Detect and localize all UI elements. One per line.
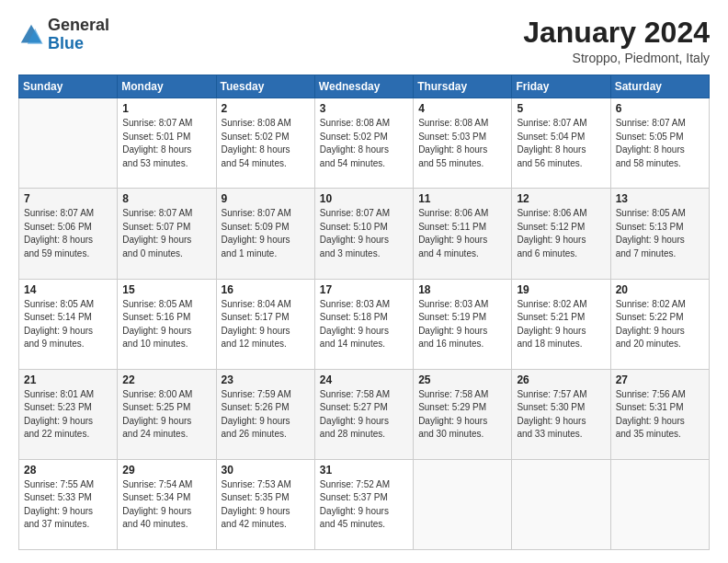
calendar-cell: 29Sunrise: 7:54 AMSunset: 5:34 PMDayligh… — [118, 459, 216, 549]
day-info: Sunrise: 8:05 AMSunset: 5:13 PMDaylight:… — [616, 207, 704, 260]
day-number: 13 — [616, 192, 704, 205]
calendar-cell: 22Sunrise: 8:00 AMSunset: 5:25 PMDayligh… — [118, 369, 216, 459]
day-number: 26 — [517, 373, 605, 386]
calendar-cell: 8Sunrise: 8:07 AMSunset: 5:07 PMDaylight… — [118, 189, 216, 279]
calendar-week-row: 21Sunrise: 8:01 AMSunset: 5:23 PMDayligh… — [19, 369, 710, 459]
day-info: Sunrise: 8:07 AMSunset: 5:05 PMDaylight:… — [616, 117, 704, 170]
calendar-week-row: 1Sunrise: 8:07 AMSunset: 5:01 PMDaylight… — [19, 98, 710, 189]
day-number: 30 — [222, 464, 310, 477]
calendar-cell: 11Sunrise: 8:06 AMSunset: 5:11 PMDayligh… — [414, 189, 512, 279]
day-number: 1 — [122, 102, 210, 115]
day-info: Sunrise: 8:08 AMSunset: 5:02 PMDaylight:… — [222, 117, 310, 170]
weekday-header-wednesday: Wednesday — [314, 75, 413, 98]
calendar-cell — [610, 459, 709, 549]
day-number: 10 — [320, 192, 408, 205]
calendar-cell: 3Sunrise: 8:08 AMSunset: 5:02 PMDaylight… — [314, 98, 413, 189]
day-info: Sunrise: 8:07 AMSunset: 5:07 PMDaylight:… — [122, 207, 210, 260]
calendar-cell: 2Sunrise: 8:08 AMSunset: 5:02 PMDaylight… — [216, 98, 314, 189]
day-number: 27 — [616, 373, 704, 386]
day-number: 4 — [418, 102, 506, 115]
day-number: 29 — [122, 464, 210, 477]
weekday-header-saturday: Saturday — [610, 75, 709, 98]
day-number: 21 — [24, 373, 112, 386]
calendar-cell: 23Sunrise: 7:59 AMSunset: 5:26 PMDayligh… — [216, 369, 314, 459]
day-number: 12 — [517, 192, 605, 205]
day-info: Sunrise: 8:08 AMSunset: 5:02 PMDaylight:… — [320, 117, 408, 170]
day-info: Sunrise: 8:02 AMSunset: 5:21 PMDaylight:… — [517, 298, 605, 351]
calendar-cell: 6Sunrise: 8:07 AMSunset: 5:05 PMDaylight… — [610, 98, 709, 189]
day-number: 31 — [320, 464, 408, 477]
weekday-header-row: SundayMondayTuesdayWednesdayThursdayFrid… — [19, 75, 710, 98]
day-info: Sunrise: 8:01 AMSunset: 5:23 PMDaylight:… — [24, 388, 112, 442]
location: Stroppo, Piedmont, Italy — [523, 51, 710, 65]
header: General Blue January 2024 Stroppo, Piedm… — [18, 17, 710, 65]
calendar-cell: 28Sunrise: 7:55 AMSunset: 5:33 PMDayligh… — [19, 459, 118, 549]
calendar-cell: 12Sunrise: 8:06 AMSunset: 5:12 PMDayligh… — [512, 189, 610, 279]
day-info: Sunrise: 8:05 AMSunset: 5:16 PMDaylight:… — [122, 298, 210, 351]
calendar-cell — [19, 98, 118, 189]
calendar-cell: 24Sunrise: 7:58 AMSunset: 5:27 PMDayligh… — [314, 369, 413, 459]
day-info: Sunrise: 8:07 AMSunset: 5:06 PMDaylight:… — [24, 207, 112, 260]
day-number: 23 — [222, 373, 310, 386]
title-block: January 2024 Stroppo, Piedmont, Italy — [523, 17, 710, 65]
day-info: Sunrise: 8:02 AMSunset: 5:22 PMDaylight:… — [616, 298, 704, 351]
calendar-week-row: 14Sunrise: 8:05 AMSunset: 5:14 PMDayligh… — [19, 279, 710, 369]
logo-icon — [18, 22, 44, 48]
day-info: Sunrise: 8:07 AMSunset: 5:09 PMDaylight:… — [222, 207, 310, 260]
calendar-cell: 5Sunrise: 8:07 AMSunset: 5:04 PMDaylight… — [512, 98, 610, 189]
day-number: 3 — [320, 102, 408, 115]
day-number: 6 — [616, 102, 704, 115]
calendar-cell: 17Sunrise: 8:03 AMSunset: 5:18 PMDayligh… — [314, 279, 413, 369]
weekday-header-friday: Friday — [512, 75, 610, 98]
calendar-table: SundayMondayTuesdayWednesdayThursdayFrid… — [18, 75, 710, 550]
logo-blue-label: Blue — [48, 35, 109, 53]
logo-general-label: General — [48, 17, 109, 35]
day-info: Sunrise: 7:57 AMSunset: 5:30 PMDaylight:… — [517, 388, 605, 442]
day-info: Sunrise: 7:58 AMSunset: 5:29 PMDaylight:… — [418, 388, 506, 442]
day-number: 9 — [222, 192, 310, 205]
day-number: 20 — [616, 283, 704, 296]
day-info: Sunrise: 7:53 AMSunset: 5:35 PMDaylight:… — [222, 478, 310, 532]
calendar-cell: 15Sunrise: 8:05 AMSunset: 5:16 PMDayligh… — [118, 279, 216, 369]
calendar-cell: 26Sunrise: 7:57 AMSunset: 5:30 PMDayligh… — [512, 369, 610, 459]
calendar-header: SundayMondayTuesdayWednesdayThursdayFrid… — [19, 75, 710, 98]
day-number: 7 — [24, 192, 112, 205]
calendar-cell: 4Sunrise: 8:08 AMSunset: 5:03 PMDaylight… — [414, 98, 512, 189]
day-number: 24 — [320, 373, 408, 386]
calendar-cell: 1Sunrise: 8:07 AMSunset: 5:01 PMDaylight… — [118, 98, 216, 189]
calendar-week-row: 28Sunrise: 7:55 AMSunset: 5:33 PMDayligh… — [19, 459, 710, 549]
day-info: Sunrise: 8:06 AMSunset: 5:12 PMDaylight:… — [517, 207, 605, 260]
day-info: Sunrise: 8:00 AMSunset: 5:25 PMDaylight:… — [122, 388, 210, 442]
calendar-cell: 30Sunrise: 7:53 AMSunset: 5:35 PMDayligh… — [216, 459, 314, 549]
logo-text: General Blue — [48, 17, 109, 53]
day-info: Sunrise: 7:54 AMSunset: 5:34 PMDaylight:… — [122, 478, 210, 532]
calendar-cell — [512, 459, 610, 549]
day-number: 19 — [517, 283, 605, 296]
day-number: 14 — [24, 283, 112, 296]
weekday-header-thursday: Thursday — [414, 75, 512, 98]
calendar-cell: 13Sunrise: 8:05 AMSunset: 5:13 PMDayligh… — [610, 189, 709, 279]
day-info: Sunrise: 8:07 AMSunset: 5:10 PMDaylight:… — [320, 207, 408, 260]
weekday-header-sunday: Sunday — [19, 75, 118, 98]
day-info: Sunrise: 7:58 AMSunset: 5:27 PMDaylight:… — [320, 388, 408, 442]
day-number: 8 — [122, 192, 210, 205]
day-number: 5 — [517, 102, 605, 115]
day-info: Sunrise: 7:56 AMSunset: 5:31 PMDaylight:… — [616, 388, 704, 442]
day-number: 2 — [222, 102, 310, 115]
day-info: Sunrise: 7:55 AMSunset: 5:33 PMDaylight:… — [24, 478, 112, 532]
weekday-header-monday: Monday — [118, 75, 216, 98]
day-info: Sunrise: 8:04 AMSunset: 5:17 PMDaylight:… — [222, 298, 310, 351]
calendar-cell: 18Sunrise: 8:03 AMSunset: 5:19 PMDayligh… — [414, 279, 512, 369]
day-number: 18 — [418, 283, 506, 296]
day-number: 22 — [122, 373, 210, 386]
calendar-cell: 9Sunrise: 8:07 AMSunset: 5:09 PMDaylight… — [216, 189, 314, 279]
calendar-cell: 16Sunrise: 8:04 AMSunset: 5:17 PMDayligh… — [216, 279, 314, 369]
day-info: Sunrise: 8:03 AMSunset: 5:18 PMDaylight:… — [320, 298, 408, 351]
day-info: Sunrise: 8:07 AMSunset: 5:01 PMDaylight:… — [122, 117, 210, 170]
day-number: 15 — [122, 283, 210, 296]
day-info: Sunrise: 8:03 AMSunset: 5:19 PMDaylight:… — [418, 298, 506, 351]
calendar-cell: 31Sunrise: 7:52 AMSunset: 5:37 PMDayligh… — [314, 459, 413, 549]
day-number: 28 — [24, 464, 112, 477]
day-number: 16 — [222, 283, 310, 296]
day-number: 25 — [418, 373, 506, 386]
